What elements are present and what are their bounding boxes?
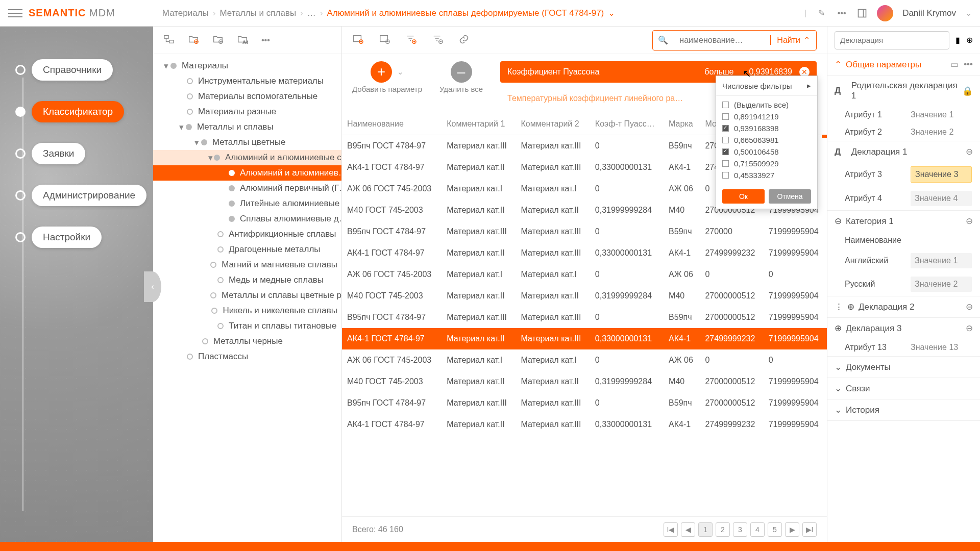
nav-item[interactable]: Администрирование [15, 185, 153, 206]
tree-row[interactable]: Медь и медные сплавы [153, 272, 341, 288]
breadcrumb-item[interactable]: Металлы и сплавы [219, 8, 296, 18]
window-add-icon[interactable] [352, 34, 363, 47]
tree-row[interactable]: Никель и никелевые сплавы [153, 303, 341, 318]
nav-item[interactable]: Справочники [15, 59, 153, 81]
filter-option[interactable]: 0,939168398 [722, 122, 811, 134]
tree-row[interactable]: Сплавы алюминиевые д… [153, 211, 341, 227]
filter-option[interactable]: 0,715509929 [722, 158, 811, 169]
column-header[interactable]: Наименование [342, 113, 442, 135]
table-row[interactable]: М40 ГОСТ 745-2003Материал кат.IIМатериал… [342, 371, 827, 392]
pager-page[interactable]: 2 [716, 522, 730, 537]
tree-row[interactable]: ▾Алюминий и алюминиевые сп… [153, 150, 341, 165]
table-row[interactable]: АК4-1 ГОСТ 4784-97Материал кат.IIМатериа… [342, 242, 827, 264]
add-icon[interactable]: ⊕ [966, 35, 973, 45]
tree-row[interactable]: Алюминий первичный (Г… [153, 181, 341, 196]
folder-icon[interactable]: ▮ [955, 35, 960, 45]
search-button[interactable]: Найти⌃ [770, 35, 816, 45]
remove-icon[interactable]: ⊖ [966, 302, 973, 312]
declaration-search[interactable] [835, 31, 949, 49]
breadcrumb-item[interactable]: … [307, 8, 316, 18]
folder-add-icon[interactable] [188, 34, 199, 47]
pager-page[interactable]: 4 [750, 522, 765, 537]
table-row[interactable]: АЖ 06 ГОСТ 745-2003Материал кат.IМатериа… [342, 264, 827, 285]
avatar[interactable] [877, 5, 893, 21]
folder-sort-icon[interactable]: A-b [237, 34, 248, 47]
layout-icon[interactable] [856, 8, 868, 19]
column-header[interactable]: Комментарий 1 [442, 113, 516, 135]
section-general[interactable]: ⌃Общие параметры▭••• [827, 54, 980, 75]
remove-icon[interactable]: ⊖ [966, 323, 973, 333]
pager-prev[interactable]: ◀ [681, 522, 695, 537]
attr-row[interactable]: Атрибут 3Значение 3 [827, 162, 980, 187]
parent-declaration[interactable]: Д Родительская декларация 1🔒 [827, 76, 980, 106]
pager-next[interactable]: ▶ [785, 522, 799, 537]
filter-option[interactable]: 0,45333927 [722, 169, 811, 181]
username[interactable]: Daniil Krymov [902, 8, 956, 18]
tree-row[interactable]: Магний и магниевые сплавы [153, 257, 341, 272]
column-header[interactable]: Марка [664, 113, 700, 135]
tree-row[interactable]: Алюминий и алюминиев… [153, 165, 341, 181]
category-1[interactable]: ⊖Категория 1⊖ [827, 211, 980, 232]
tree-row[interactable]: ▾Материалы [153, 58, 341, 73]
link-icon[interactable] [458, 34, 470, 47]
breadcrumb-current[interactable]: Алюминий и алюминиевые сплавы деформируе… [327, 8, 604, 18]
section-documents[interactable]: ⌄Документы [827, 357, 980, 378]
tree-row[interactable]: Титан и сплавы титановые [153, 318, 341, 334]
table-row[interactable]: АК4-1 ГОСТ 4784-97Материал кат.IIМатериа… [342, 414, 827, 435]
edit-icon[interactable]: ✎ [816, 8, 827, 19]
remove-icon[interactable]: ⊖ [966, 147, 973, 157]
tree-row[interactable]: Пластмассы [153, 349, 341, 364]
menu-icon[interactable] [8, 6, 22, 20]
nav-item[interactable]: Классификатор [15, 101, 153, 122]
chevron-down-icon[interactable]: ⌄ [608, 8, 615, 18]
declaration-2[interactable]: ⋮⊕Декларация 2⊖ [827, 296, 980, 317]
table-row[interactable]: М40 ГОСТ 745-2003Материал кат.IIМатериал… [342, 285, 827, 307]
more-icon[interactable]: ••• [836, 8, 847, 19]
pager-page[interactable]: 3 [733, 522, 747, 537]
pager-next[interactable]: ▶I [802, 522, 817, 537]
filter-option[interactable]: 0,891941219 [722, 111, 811, 122]
column-header[interactable]: Коэф-т Пуасс… [590, 113, 664, 135]
table-row[interactable]: АЖ 06 ГОСТ 745-2003Материал кат.IМатериа… [342, 349, 827, 371]
filter-remove-icon[interactable] [432, 34, 443, 47]
filter-add-icon[interactable] [405, 34, 416, 47]
declaration-1[interactable]: Д Декларация 1⊖ [827, 141, 980, 162]
more-icon[interactable]: ••• [261, 36, 270, 45]
section-history[interactable]: ⌄История [827, 399, 980, 420]
folder-remove-icon[interactable] [212, 34, 224, 47]
section-links[interactable]: ⌄Связи [827, 378, 980, 399]
add-param-button[interactable]: +⌄ Добавить параметр [352, 61, 422, 93]
tree-row[interactable]: Антифрикционные сплавы [153, 227, 341, 242]
ok-button[interactable]: Ок [722, 189, 765, 204]
filter-option[interactable]: (Выделить все) [722, 99, 811, 111]
tree-row[interactable]: Драгоценные металлы [153, 242, 341, 257]
folder-icon[interactable]: ▭ [950, 59, 959, 70]
filter-option[interactable]: 0,500106458 [722, 146, 811, 158]
remove-icon[interactable]: ⊖ [966, 216, 973, 226]
tree-row[interactable]: Материалы вспомогательные [153, 89, 341, 104]
declaration-3[interactable]: ⊕Декларация 3⊖ [827, 318, 980, 339]
table-row[interactable]: АК4-1 ГОСТ 4784-97Материал кат.IIМатериа… [342, 328, 827, 349]
more-icon[interactable]: ••• [964, 59, 973, 70]
tree-row[interactable]: Материалы разные [153, 104, 341, 119]
tree-row[interactable]: Инструментальные материалы [153, 73, 341, 89]
table-row[interactable]: В95пч ГОСТ 4784-97Материал кат.IIIМатери… [342, 392, 827, 414]
tree-row[interactable]: Литейные алюминиевые … [153, 196, 341, 211]
pager-prev[interactable]: I◀ [664, 522, 678, 537]
table-row[interactable]: В95пч ГОСТ 4784-97Материал кат.IIIМатери… [342, 221, 827, 242]
chevron-down-icon[interactable]: ⌄ [965, 8, 972, 18]
filter-option[interactable]: 0,665063981 [722, 134, 811, 146]
nav-item[interactable]: Настройки [15, 227, 153, 248]
nav-item[interactable]: Заявки [15, 143, 153, 164]
chevron-right-icon[interactable]: ▸ [807, 81, 811, 90]
delete-all-button[interactable]: – Удалить все [439, 61, 483, 93]
window-remove-icon[interactable] [379, 34, 390, 47]
folder-tree-icon[interactable] [163, 34, 175, 47]
pager-page[interactable]: 5 [768, 522, 782, 537]
pager-page[interactable]: 1 [698, 522, 713, 537]
search-input[interactable] [673, 36, 770, 45]
tree-row[interactable]: ▾Металлы цветные [153, 135, 341, 150]
tree-row[interactable]: Металлы черные [153, 334, 341, 349]
column-header[interactable]: Комментарий 2 [516, 113, 590, 135]
cancel-button[interactable]: Отмена [769, 189, 811, 204]
